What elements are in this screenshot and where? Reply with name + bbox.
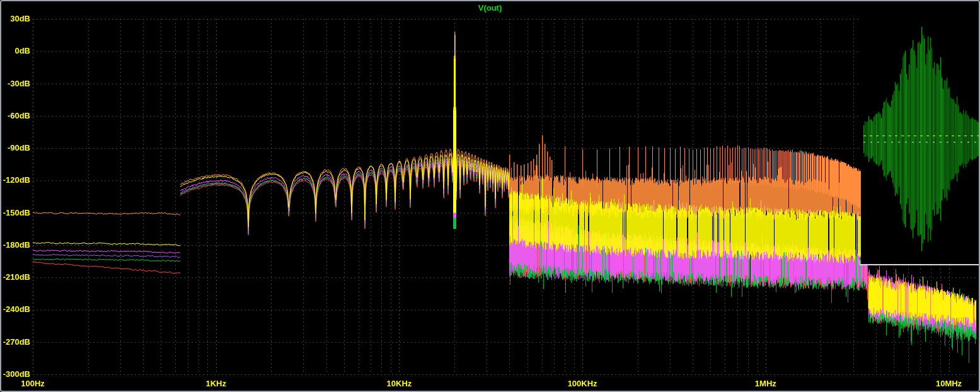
plot-canvas[interactable] bbox=[1, 1, 980, 392]
waveform-viewer-window: V(out) 30dB0dB-30dB-60dB-90dB-120dB-150d… bbox=[0, 0, 980, 392]
plot-title: V(out) bbox=[1, 3, 979, 13]
